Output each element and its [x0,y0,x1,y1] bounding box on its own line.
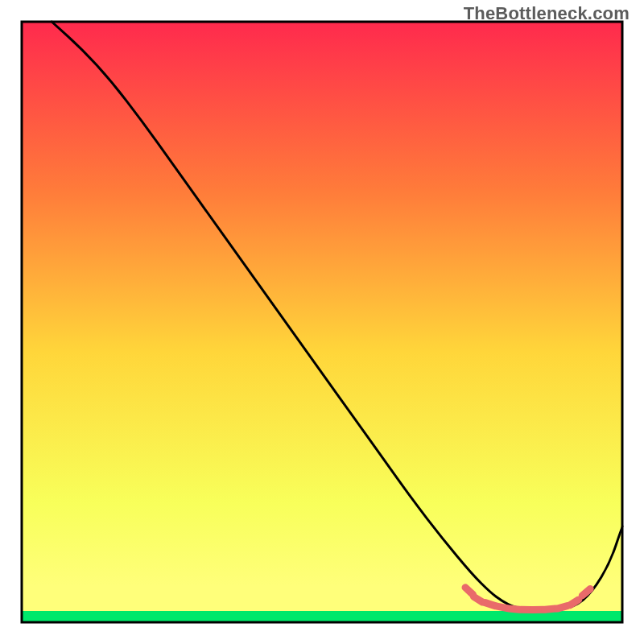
highlight-dash [473,597,482,602]
chart-stage: TheBottleneck.com [0,0,644,644]
highlight-dash [570,600,579,605]
chart-svg [0,0,644,644]
highlight-dash [582,588,590,595]
highlight-dash [557,606,568,609]
gradient-background [22,22,622,622]
watermark-label: TheBottleneck.com [464,3,630,24]
plot-area [22,22,622,622]
